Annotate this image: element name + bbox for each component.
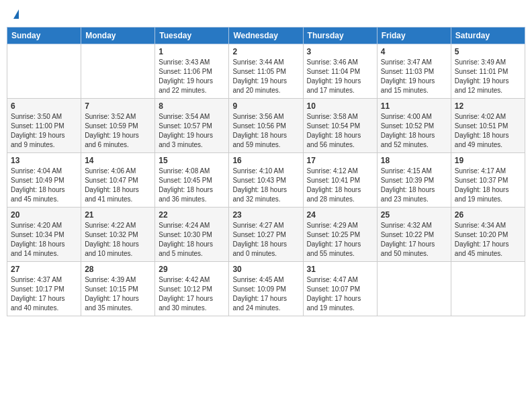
calendar-cell: 17Sunrise: 4:12 AM Sunset: 10:41 PM Dayl… — [303, 153, 377, 208]
calendar-cell — [377, 262, 451, 316]
day-number: 8 — [159, 101, 225, 111]
day-detail: Sunrise: 4:02 AM Sunset: 10:51 PM Daylig… — [455, 112, 521, 150]
day-of-week-header: Saturday — [451, 28, 525, 44]
day-number: 30 — [232, 265, 299, 274]
calendar-week-row: 1Sunrise: 3:43 AM Sunset: 11:06 PM Dayli… — [7, 44, 525, 99]
calendar-cell: 9Sunrise: 3:56 AM Sunset: 10:56 PM Dayli… — [229, 99, 303, 153]
calendar-cell: 11Sunrise: 4:00 AM Sunset: 10:52 PM Dayl… — [377, 99, 451, 153]
calendar-cell: 24Sunrise: 4:29 AM Sunset: 10:25 PM Dayl… — [303, 208, 377, 262]
day-detail: Sunrise: 4:06 AM Sunset: 10:47 PM Daylig… — [85, 167, 151, 204]
calendar-cell: 4Sunrise: 3:47 AM Sunset: 11:03 PM Dayli… — [377, 44, 451, 99]
day-number: 14 — [85, 156, 151, 165]
calendar-cell — [81, 44, 155, 99]
calendar-cell: 27Sunrise: 4:37 AM Sunset: 10:17 PM Dayl… — [7, 262, 81, 316]
day-detail: Sunrise: 3:56 AM Sunset: 10:56 PM Daylig… — [232, 112, 299, 150]
day-number: 2 — [232, 47, 299, 56]
day-detail: Sunrise: 4:15 AM Sunset: 10:39 PM Daylig… — [381, 167, 447, 204]
calendar-cell — [451, 262, 525, 316]
calendar-cell: 7Sunrise: 3:52 AM Sunset: 10:59 PM Dayli… — [81, 99, 155, 153]
day-detail: Sunrise: 4:27 AM Sunset: 10:27 PM Daylig… — [232, 221, 299, 259]
calendar-cell: 6Sunrise: 3:50 AM Sunset: 11:00 PM Dayli… — [7, 99, 81, 153]
day-detail: Sunrise: 4:29 AM Sunset: 10:25 PM Daylig… — [307, 221, 373, 259]
day-number: 1 — [159, 47, 225, 56]
day-detail: Sunrise: 4:42 AM Sunset: 10:12 PM Daylig… — [159, 275, 225, 313]
day-detail: Sunrise: 4:39 AM Sunset: 10:15 PM Daylig… — [85, 275, 151, 313]
day-detail: Sunrise: 4:24 AM Sunset: 10:30 PM Daylig… — [159, 221, 225, 259]
day-number: 27 — [11, 265, 77, 274]
calendar-cell: 5Sunrise: 3:49 AM Sunset: 11:01 PM Dayli… — [451, 44, 525, 99]
day-detail: Sunrise: 3:44 AM Sunset: 11:05 PM Daylig… — [232, 58, 299, 95]
day-of-week-header: Thursday — [303, 28, 377, 44]
day-detail: Sunrise: 3:50 AM Sunset: 11:00 PM Daylig… — [11, 112, 77, 150]
calendar-cell: 23Sunrise: 4:27 AM Sunset: 10:27 PM Dayl… — [229, 208, 303, 262]
calendar-cell: 2Sunrise: 3:44 AM Sunset: 11:05 PM Dayli… — [229, 44, 303, 99]
day-number: 17 — [307, 156, 373, 165]
calendar-cell: 25Sunrise: 4:32 AM Sunset: 10:22 PM Dayl… — [377, 208, 451, 262]
day-number: 16 — [232, 156, 299, 165]
day-number: 11 — [381, 101, 447, 111]
calendar-week-row: 27Sunrise: 4:37 AM Sunset: 10:17 PM Dayl… — [7, 262, 525, 316]
calendar-cell: 14Sunrise: 4:06 AM Sunset: 10:47 PM Dayl… — [81, 153, 155, 208]
calendar-cell — [7, 44, 81, 99]
logo-triangle-icon — [13, 9, 19, 19]
day-number: 26 — [455, 210, 521, 220]
day-detail: Sunrise: 4:17 AM Sunset: 10:37 PM Daylig… — [455, 167, 521, 204]
calendar-week-row: 13Sunrise: 4:04 AM Sunset: 10:49 PM Dayl… — [7, 153, 525, 208]
day-number: 3 — [307, 47, 373, 56]
day-detail: Sunrise: 4:20 AM Sunset: 10:34 PM Daylig… — [11, 221, 77, 259]
calendar-cell: 1Sunrise: 3:43 AM Sunset: 11:06 PM Dayli… — [155, 44, 229, 99]
calendar-cell: 3Sunrise: 3:46 AM Sunset: 11:04 PM Dayli… — [303, 44, 377, 99]
calendar-cell: 21Sunrise: 4:22 AM Sunset: 10:32 PM Dayl… — [81, 208, 155, 262]
calendar-cell: 15Sunrise: 4:08 AM Sunset: 10:45 PM Dayl… — [155, 153, 229, 208]
day-number: 10 — [307, 101, 373, 111]
day-number: 6 — [11, 101, 77, 111]
day-number: 9 — [232, 101, 299, 111]
day-number: 20 — [11, 210, 77, 220]
calendar-cell: 18Sunrise: 4:15 AM Sunset: 10:39 PM Dayl… — [377, 153, 451, 208]
calendar-cell: 22Sunrise: 4:24 AM Sunset: 10:30 PM Dayl… — [155, 208, 229, 262]
day-detail: Sunrise: 4:04 AM Sunset: 10:49 PM Daylig… — [11, 167, 77, 204]
calendar-cell: 26Sunrise: 4:34 AM Sunset: 10:20 PM Dayl… — [451, 208, 525, 262]
day-detail: Sunrise: 4:10 AM Sunset: 10:43 PM Daylig… — [232, 167, 299, 204]
day-detail: Sunrise: 3:58 AM Sunset: 10:54 PM Daylig… — [307, 112, 373, 150]
day-of-week-header: Monday — [81, 28, 155, 44]
day-detail: Sunrise: 3:52 AM Sunset: 10:59 PM Daylig… — [85, 112, 151, 150]
calendar-cell: 13Sunrise: 4:04 AM Sunset: 10:49 PM Dayl… — [7, 153, 81, 208]
day-number: 25 — [381, 210, 447, 220]
day-number: 31 — [307, 265, 373, 274]
day-detail: Sunrise: 4:12 AM Sunset: 10:41 PM Daylig… — [307, 167, 373, 204]
day-detail: Sunrise: 3:49 AM Sunset: 11:01 PM Daylig… — [455, 58, 521, 95]
day-number: 23 — [232, 210, 299, 220]
day-number: 12 — [455, 101, 521, 111]
logo — [12, 9, 19, 19]
day-number: 24 — [307, 210, 373, 220]
day-number: 5 — [455, 47, 521, 56]
day-number: 21 — [85, 210, 151, 220]
calendar-week-row: 20Sunrise: 4:20 AM Sunset: 10:34 PM Dayl… — [7, 208, 525, 262]
calendar-week-row: 6Sunrise: 3:50 AM Sunset: 11:00 PM Dayli… — [7, 99, 525, 153]
calendar-cell: 19Sunrise: 4:17 AM Sunset: 10:37 PM Dayl… — [451, 153, 525, 208]
day-detail: Sunrise: 4:34 AM Sunset: 10:20 PM Daylig… — [455, 221, 521, 259]
day-number: 28 — [85, 265, 151, 274]
page-header — [7, 7, 525, 21]
day-of-week-header: Sunday — [7, 28, 81, 44]
calendar-cell: 10Sunrise: 3:58 AM Sunset: 10:54 PM Dayl… — [303, 99, 377, 153]
calendar-cell: 20Sunrise: 4:20 AM Sunset: 10:34 PM Dayl… — [7, 208, 81, 262]
calendar-cell: 12Sunrise: 4:02 AM Sunset: 10:51 PM Dayl… — [451, 99, 525, 153]
day-of-week-header: Wednesday — [229, 28, 303, 44]
day-number: 13 — [11, 156, 77, 165]
day-number: 7 — [85, 101, 151, 111]
day-number: 4 — [381, 47, 447, 56]
calendar-table: SundayMondayTuesdayWednesdayThursdayFrid… — [7, 27, 525, 316]
day-number: 18 — [381, 156, 447, 165]
day-detail: Sunrise: 3:46 AM Sunset: 11:04 PM Daylig… — [307, 58, 373, 95]
calendar-cell: 16Sunrise: 4:10 AM Sunset: 10:43 PM Dayl… — [229, 153, 303, 208]
day-of-week-header: Friday — [377, 28, 451, 44]
calendar-cell: 28Sunrise: 4:39 AM Sunset: 10:15 PM Dayl… — [81, 262, 155, 316]
day-detail: Sunrise: 4:32 AM Sunset: 10:22 PM Daylig… — [381, 221, 447, 259]
day-detail: Sunrise: 4:00 AM Sunset: 10:52 PM Daylig… — [381, 112, 447, 150]
day-number: 19 — [455, 156, 521, 165]
day-detail: Sunrise: 3:43 AM Sunset: 11:06 PM Daylig… — [159, 58, 225, 95]
calendar-cell: 29Sunrise: 4:42 AM Sunset: 10:12 PM Dayl… — [155, 262, 229, 316]
calendar-cell: 30Sunrise: 4:45 AM Sunset: 10:09 PM Dayl… — [229, 262, 303, 316]
